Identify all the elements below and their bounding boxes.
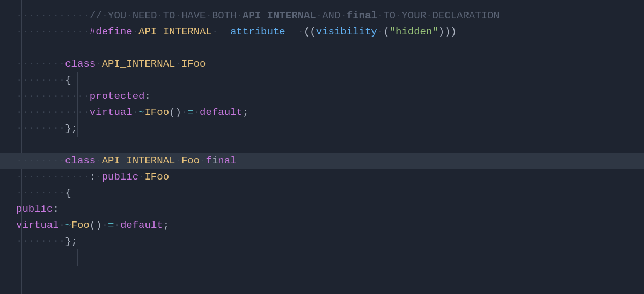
code-line[interactable]: public: <box>0 201 644 217</box>
code-editor[interactable]: ············//·YOU·NEED·TO·HAVE·BOTH·API… <box>0 0 644 294</box>
destructor: IFoo <box>144 106 169 118</box>
keyword: class <box>65 155 96 167</box>
access-specifier: public <box>16 203 53 215</box>
code-line-active[interactable]: ········class·API_INTERNAL·Foo·final <box>0 153 644 169</box>
brace-close: }; <box>65 235 77 247</box>
code-line-blank[interactable] <box>0 40 644 56</box>
whitespace: ············ <box>16 26 90 38</box>
paren: (( <box>304 26 316 38</box>
access-specifier: protected <box>90 90 145 102</box>
code-line[interactable]: ············:·public·IFoo <box>0 169 644 185</box>
destructor: Foo <box>71 219 90 231</box>
whitespace: ············ <box>16 10 90 21</box>
code-line[interactable]: ········}; <box>0 120 644 137</box>
operator: ~ <box>65 219 71 231</box>
code-line[interactable]: ········class·API_INTERNAL·IFoo <box>0 56 644 72</box>
code-line[interactable]: ············//·YOU·NEED·TO·HAVE·BOTH·API… <box>0 8 644 24</box>
attribute-arg: visibility <box>316 26 377 38</box>
code-line[interactable]: ········{ <box>0 72 644 88</box>
keyword: virtual <box>90 106 133 118</box>
keyword: class <box>65 58 96 70</box>
keyword-final: final <box>206 155 237 167</box>
code-line[interactable]: ········}; <box>0 233 644 249</box>
type-name: Foo <box>181 155 200 167</box>
string: "hidden" <box>390 26 438 38</box>
brace-open: { <box>65 187 71 199</box>
keyword: public <box>102 171 138 183</box>
attribute: __attribute__ <box>218 26 297 38</box>
comment: //·YOU·NEED·TO·HAVE·BOTH·API_INTERNAL·AN… <box>90 10 500 21</box>
code-line[interactable]: ············virtual·~IFoo()·=·default; <box>0 104 644 120</box>
indent-guide <box>77 249 78 266</box>
operator: ~ <box>138 106 144 118</box>
code-line[interactable]: ············protected: <box>0 88 644 104</box>
macro: API_INTERNAL <box>138 26 212 38</box>
type-name: IFoo <box>181 58 206 70</box>
code-line[interactable]: ········{ <box>0 185 644 201</box>
macro: API_INTERNAL <box>102 155 175 167</box>
code-line[interactable]: ············#define·API_INTERNAL·__attri… <box>0 24 644 40</box>
text-cursor: i <box>212 155 218 167</box>
code-line-blank[interactable] <box>0 137 644 153</box>
brace-close: }; <box>65 123 77 134</box>
macro: API_INTERNAL <box>102 58 175 70</box>
code-line[interactable]: virtual·~Foo()·=·default; <box>0 217 644 233</box>
base-type: IFoo <box>144 171 169 183</box>
brace-open: { <box>65 74 71 86</box>
keyword: virtual <box>16 219 59 231</box>
directive: #define <box>90 26 133 38</box>
